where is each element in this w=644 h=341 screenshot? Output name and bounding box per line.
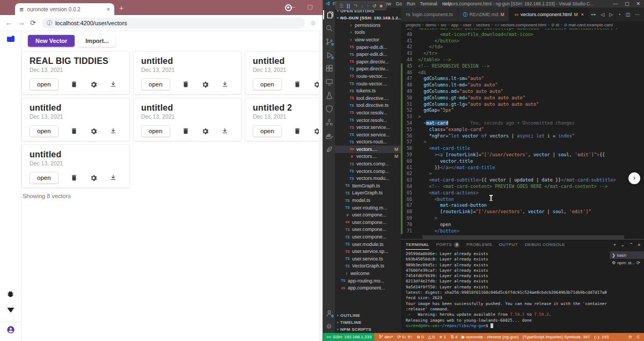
download-icon[interactable] <box>109 174 117 182</box>
test-beaker-icon[interactable] <box>323 91 335 100</box>
wedge-icon[interactable] <box>6 306 15 316</box>
status-git-branch[interactable]: dev* <box>379 334 393 340</box>
file-tree-item[interactable]: <>vectors....M <box>335 146 401 153</box>
reload-icon[interactable]: ⟳ <box>30 19 36 27</box>
close-panel-icon[interactable]: × <box>638 242 641 248</box>
file-tree-item[interactable]: TSvector.resolv... <box>335 117 401 124</box>
tab-README-md[interactable]: ⓘREADME.mdM <box>458 8 510 21</box>
download-icon[interactable] <box>221 81 229 88</box>
file-tree-item[interactable]: TSuser-routing.m... <box>335 204 401 212</box>
breadcrumb-item[interactable]: <> vectors.component.html <box>494 23 546 27</box>
file-tree-item[interactable]: TSvector.resolv... <box>335 109 401 117</box>
tab-login-component-ts[interactable]: TSlogin.component.ts <box>401 8 458 21</box>
tab-close-icon[interactable]: × <box>107 6 110 12</box>
breadcrumb-item[interactable]: user <box>463 23 472 27</box>
tab-close-icon[interactable]: × <box>581 12 584 17</box>
file-tree-item[interactable]: TSroute-vector.... <box>335 72 401 80</box>
file-tree-item[interactable]: ›permissions <box>335 21 401 29</box>
new-vector-button[interactable]: New Vector <box>28 35 75 47</box>
file-tree-item[interactable]: TSroute-vector.... <box>335 80 401 88</box>
step-into-icon[interactable]: ↓ <box>361 3 364 9</box>
file-tree-item[interactable]: TSvectors-routi... <box>335 139 401 146</box>
task-npm-start[interactable]: ⚙npm: st...⟳ <box>610 259 644 266</box>
status-errors[interactable]: ⊗0 <box>416 335 423 339</box>
file-tree-item[interactable]: TSItemGraph.ts <box>335 182 401 190</box>
file-tree-item[interactable]: TSuser.compone... <box>335 233 401 241</box>
menu-run[interactable]: Run <box>407 1 415 6</box>
breadcrumb-item[interactable]: vectors <box>476 23 490 27</box>
new-terminal-icon[interactable]: + <box>613 242 617 248</box>
breadcrumb-item[interactable]: ⊘ di <box>551 23 559 27</box>
file-tree-item[interactable]: TSLayerGraph.ts <box>335 190 401 197</box>
browser-scrollbar[interactable] <box>319 31 323 341</box>
file-tree-item[interactable]: <>app.component... <box>335 284 401 292</box>
file-tree-item[interactable]: TSapp-routing.mo... <box>335 277 401 285</box>
status-tasks[interactable]: ∗1 <box>439 335 446 339</box>
file-tree-item[interactable]: TSvectors.comp... <box>335 168 401 175</box>
remote-indicator[interactable]: ><SSH: 192.168.1.233 <box>323 333 375 341</box>
import-button[interactable]: Import... <box>79 35 115 47</box>
menu-go[interactable]: Go <box>396 1 402 6</box>
stop-icon[interactable]: ■ <box>379 3 382 9</box>
notifications-icon[interactable]: C <box>636 335 640 339</box>
tab-vectors-component-html[interactable]: <>vectors.component.htmlM× <box>509 8 589 21</box>
panel-tab-problems[interactable]: PROBLEMS <box>466 240 492 250</box>
delete-trash-icon[interactable] <box>70 174 78 182</box>
app-logo-icon[interactable] <box>6 34 16 45</box>
remote-explorer-icon[interactable] <box>323 77 335 86</box>
split-editor-icon[interactable]: ◫ <box>625 12 630 17</box>
download-icon[interactable] <box>221 127 229 135</box>
search-icon[interactable] <box>323 24 335 33</box>
panel-tab-ports[interactable]: PORTS4 <box>436 240 459 250</box>
pause-icon[interactable]: || <box>347 3 350 9</box>
file-tree-item[interactable]: TSuser.service.ts <box>335 255 401 263</box>
accounts-icon[interactable] <box>323 309 335 318</box>
bug-icon[interactable] <box>6 290 14 300</box>
file-tree-item[interactable]: TStokens.ts <box>335 87 401 95</box>
status-ts-importer[interactable]: [TypeScript Importer] Symbols: 347 <box>523 335 590 339</box>
breadcrumb-item[interactable]: app <box>451 23 458 27</box>
file-tree-item[interactable]: #user.compone... <box>335 211 401 219</box>
leaf-icon[interactable] <box>323 144 335 154</box>
file-tree-item[interactable]: TSuser.module.ts <box>335 241 401 248</box>
settings-gear-icon[interactable] <box>90 174 98 182</box>
step-over-icon[interactable]: ↷ <box>354 3 358 9</box>
settings-gear-icon[interactable] <box>201 127 209 135</box>
minimize-icon[interactable]: — <box>613 1 618 6</box>
maximize-panel-icon[interactable]: ⌃ <box>629 242 633 248</box>
manage-gear-icon[interactable]: ⚙ <box>323 322 335 331</box>
file-tree-item[interactable]: TSmodel.ts <box>335 197 401 204</box>
delete-trash-icon[interactable] <box>70 81 78 88</box>
forward-icon[interactable]: → <box>18 19 25 27</box>
vscode-window-controls[interactable]: —▢✕ <box>613 1 644 6</box>
open-button[interactable]: open <box>253 78 282 90</box>
file-tree-item[interactable]: TSpaper.directiv... <box>335 58 401 66</box>
download-icon[interactable] <box>109 81 117 88</box>
settings-gear-icon[interactable] <box>201 81 209 89</box>
panel-tab-terminal[interactable]: TERMINAL <box>406 240 429 250</box>
breadcrumb-item[interactable]: demo <box>426 23 436 27</box>
status-warnings[interactable]: △0 <box>428 335 435 339</box>
account-icon[interactable] <box>6 325 15 336</box>
feedback-icon[interactable]: R <box>628 335 632 339</box>
delete-trash-icon[interactable] <box>294 127 301 135</box>
open-button[interactable]: open <box>141 78 170 90</box>
section-outline[interactable]: ›OUTLINE <box>335 312 401 319</box>
open-button[interactable]: open <box>30 172 58 184</box>
horizontal-scrollbar[interactable] <box>422 235 642 239</box>
address-bar[interactable]: ⓘ localhost:4200/user/vectors <box>41 18 305 28</box>
delete-trash-icon[interactable] <box>70 127 78 135</box>
workspace-root[interactable]: › NG-GUN [SSH: 192.168.1.2... <box>335 14 401 21</box>
extensions-icon[interactable] <box>323 64 335 73</box>
breadcrumb-item[interactable]: projects <box>406 23 421 27</box>
open-button[interactable]: open <box>141 125 170 137</box>
file-tree-item[interactable]: TSuser.service.sp... <box>335 248 401 255</box>
file-tree-item[interactable]: ›welcome <box>335 270 401 277</box>
close-icon[interactable]: ✕ <box>636 1 640 6</box>
terminal-output[interactable]: 29599da0b06e: Layer already existsb93b45… <box>401 250 610 333</box>
file-tree-item[interactable]: TSvectors.modu... <box>335 175 401 182</box>
status-counter[interactable]: (↓): 193 <box>594 335 609 339</box>
new-tab-button[interactable]: + <box>119 4 123 12</box>
run-debug-icon[interactable] <box>323 50 335 60</box>
file-tree-item[interactable]: TSuser.compone... <box>335 226 401 234</box>
